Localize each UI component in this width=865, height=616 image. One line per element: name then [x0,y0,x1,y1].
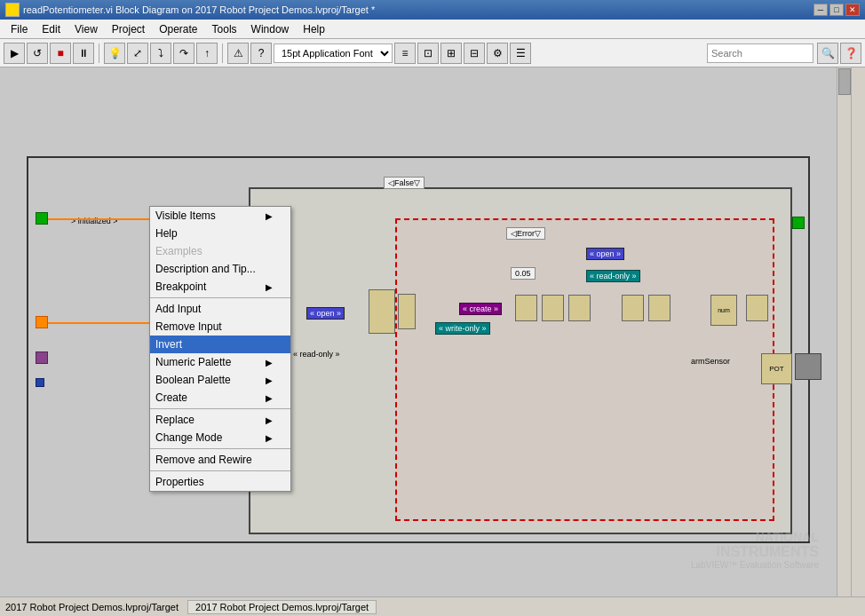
false-label[interactable]: ◁ False ▽ [384,177,425,189]
run-button[interactable]: ▶ [4,43,25,64]
po-block [795,353,821,380]
wire-orange-1 [36,218,151,220]
ctx-add-input[interactable]: Add Input [150,300,290,318]
arrow-icon-boolean: ▶ [266,375,273,385]
terminal-green-1 [36,212,48,225]
separator-2 [150,408,290,409]
help-icon-button[interactable]: ❓ [840,43,861,64]
menu-view[interactable]: View [67,21,105,37]
menu-window[interactable]: Window [244,21,297,37]
write-only-block: « write-only » [435,322,490,335]
menu-tools[interactable]: Tools [205,21,244,37]
ctx-description[interactable]: Description and Tip... [150,260,290,278]
menu-file[interactable]: File [4,21,35,37]
tools-button[interactable]: ⚙ [487,43,508,64]
ctx-breakpoint[interactable]: Breakpoint ▶ [150,278,290,296]
ctx-replace[interactable]: Replace ▶ [150,411,290,429]
status-bar: 2017 Robot Project Demos.lvproj/Target 2… [0,596,865,616]
maximize-button[interactable]: □ [829,4,844,16]
menu-help[interactable]: Help [296,21,332,37]
status-text: 2017 Robot Project Demos.lvproj/Target [5,602,179,612]
menu-project[interactable]: Project [105,21,152,37]
open-block-2: « open » [586,248,624,260]
context-help-button[interactable]: ? [250,43,272,64]
distribute-button[interactable]: ⊡ [417,43,439,64]
title-text: readPotentiometer.vi Block Diagram on 20… [23,4,813,15]
terminal-orange-1 [36,316,48,328]
read-only-label: « read-only » [293,350,340,359]
ctx-boolean-palette[interactable]: Boolean Palette ▶ [150,371,290,389]
arrow-icon-change-mode: ▶ [266,433,273,443]
step-into-button[interactable]: ⤵ [150,43,171,64]
ctx-change-mode[interactable]: Change Mode ▶ [150,429,290,446]
main-area: ◁ False ▽ ◁ Error ▽ > initialized > « re… [0,67,865,596]
node-6: num [710,295,737,326]
separator-1 [150,297,290,298]
terminal-blue-1 [36,378,44,387]
ctx-create[interactable]: Create ▶ [150,389,290,407]
highlight-button[interactable]: 💡 [104,43,125,64]
ni-logo-line3: LabVIEW™ Evaluation Software [691,560,819,570]
search-icon[interactable]: 🔍 [817,43,838,64]
search-input[interactable] [707,43,813,63]
value-block[interactable]: 0.05 [511,267,536,280]
extra-button[interactable]: ☰ [510,43,531,64]
abort-button[interactable]: ■ [50,43,71,64]
menu-bar: File Edit View Project Operate Tools Win… [0,20,865,39]
arrow-icon-breakpoint: ▶ [266,282,273,292]
arm-sensor-label: armSensor [691,357,730,366]
toolbar: ▶ ↺ ■ ⏸ 💡 ⤢ ⤵ ↷ ↑ ⚠ ? 15pt Application F… [0,39,865,67]
separator1 [99,43,99,63]
node-5 [648,295,671,321]
status-tab[interactable]: 2017 Robot Project Demos.lvproj/Target [187,600,377,614]
node-3 [568,295,591,321]
menu-edit[interactable]: Edit [35,21,67,37]
arrow-icon-numeric: ▶ [266,358,273,367]
arrow-icon-replace: ▶ [266,415,273,425]
diagram-canvas: ◁ False ▽ ◁ Error ▽ > initialized > « re… [0,67,837,596]
node-7 [746,295,768,321]
pause-button[interactable]: ⏸ [73,43,94,64]
ni-logo: NATIONAL INSTRUMENTS LabVIEW™ Evaluation… [691,530,819,570]
step-over-button[interactable]: ↷ [173,43,194,64]
title-bar: readPotentiometer.vi Block Diagram on 20… [0,0,865,20]
error-selection-border [395,218,774,521]
node-4 [622,295,644,321]
terminal-green-right [792,217,805,229]
ctx-remove-rewire[interactable]: Remove and Rewire [150,451,290,469]
arrow-icon-create: ▶ [266,393,273,403]
ctx-invert[interactable]: Invert [150,336,290,353]
read-only-block: « read-only » [586,270,640,282]
resize-button[interactable]: ⊞ [440,43,462,64]
open-block-1: « open » [306,307,345,320]
separator-4 [150,470,290,471]
ni-logo-line2: INSTRUMENTS [691,544,819,560]
separator2 [222,43,223,63]
ctx-visible-items[interactable]: Visible Items ▶ [150,207,290,225]
error-selector[interactable]: ◁ Error ▽ [506,227,545,240]
retain-button[interactable]: ⤢ [127,43,148,64]
menu-operate[interactable]: Operate [152,21,204,37]
ctx-properties[interactable]: Properties [150,473,290,491]
align-button[interactable]: ≡ [394,43,416,64]
create-block: « create » [459,303,502,315]
ctx-help[interactable]: Help [150,225,290,242]
ctx-numeric-palette[interactable]: Numeric Palette ▶ [150,353,290,371]
reorder-button[interactable]: ⊟ [464,43,485,64]
vertical-scrollbar[interactable] [837,67,851,596]
scrollbar-thumb-v[interactable] [838,68,851,95]
block-left-2 [398,294,416,329]
font-select[interactable]: 15pt Application Font [274,43,393,63]
ni-logo-line1: NATIONAL [691,530,819,544]
close-button[interactable]: ✕ [845,4,860,16]
warning-button[interactable]: ⚠ [227,43,249,64]
run-continuously-button[interactable]: ↺ [27,43,48,64]
context-menu: Visible Items ▶ Help Examples Descriptio… [149,206,291,492]
node-1 [515,295,537,321]
separator-3 [150,448,290,449]
minimize-button[interactable]: ─ [813,4,828,16]
step-out-button[interactable]: ↑ [196,43,218,64]
ctx-remove-input[interactable]: Remove Input [150,318,290,336]
pot-block: POT [761,353,792,384]
terminal-purple-1 [36,351,48,364]
